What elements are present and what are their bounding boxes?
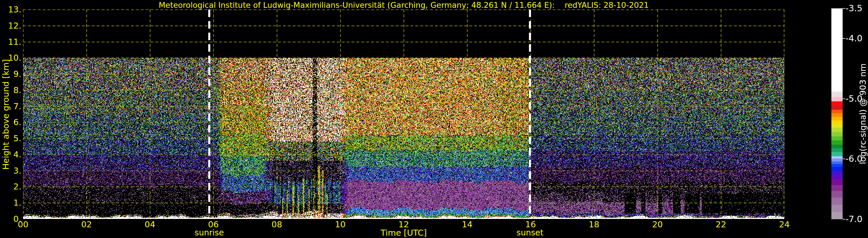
- colorbar-tick-mark: [843, 38, 845, 39]
- x-tick-label: 02: [69, 219, 104, 229]
- page-title: Meteorological Institute of Ludwig-Maxim…: [23, 1, 784, 9]
- colorbar-tick-label: -4.0: [845, 33, 863, 43]
- x-axis-title: Time [UTC]: [361, 228, 447, 238]
- y-tick-label: 5.: [0, 133, 21, 143]
- colorbar-tick-label: -6.0: [845, 154, 863, 164]
- x-tick-label: 22: [704, 219, 738, 229]
- x-tick-label: 12: [386, 219, 421, 229]
- lidar-quicklook-figure: Meteorological Institute of Ludwig-Maxim…: [0, 0, 868, 238]
- y-tick-label: 8.: [0, 85, 21, 95]
- y-tick-label: 3.: [0, 166, 21, 176]
- x-tick-label: 10: [323, 219, 358, 229]
- x-tick-label: 18: [577, 219, 611, 229]
- y-tick-label: 12.: [0, 21, 21, 31]
- x-tick-label: 20: [640, 219, 675, 229]
- y-tick-label: 6.: [0, 117, 21, 127]
- y-tick-label: 9.: [0, 69, 21, 79]
- y-tick-label: 10.: [0, 53, 21, 63]
- colorbar-tick-mark: [843, 219, 845, 219]
- y-tick-label: 2.: [0, 182, 21, 191]
- y-tick-label: 4.: [0, 150, 21, 159]
- colorbar-tick-label: -3.5: [845, 3, 863, 13]
- x-tick-label: 16: [513, 219, 548, 229]
- time-height-heatmap-canvas: [23, 9, 784, 219]
- y-tick-label: 1.: [0, 198, 21, 208]
- y-tick-label: 11.: [0, 37, 21, 47]
- colorbar: [831, 8, 843, 219]
- colorbar-tick-mark: [843, 99, 845, 99]
- colorbar-tick-label: -5.0: [845, 94, 863, 104]
- colorbar-tick-mark: [843, 159, 845, 159]
- x-tick-label: 04: [133, 219, 167, 229]
- x-tick-label: 08: [259, 219, 294, 229]
- x-tick-label: 24: [767, 219, 802, 229]
- x-tick-label: 14: [450, 219, 485, 229]
- y-tick-label: 7.: [0, 101, 21, 111]
- x-tick-label: 06: [196, 219, 231, 229]
- colorbar-tick-mark: [843, 8, 845, 9]
- y-tick-label: 13.: [0, 5, 21, 15]
- y-tick-label: 0.: [0, 214, 21, 224]
- colorbar-tick-label: -7.0: [845, 214, 863, 224]
